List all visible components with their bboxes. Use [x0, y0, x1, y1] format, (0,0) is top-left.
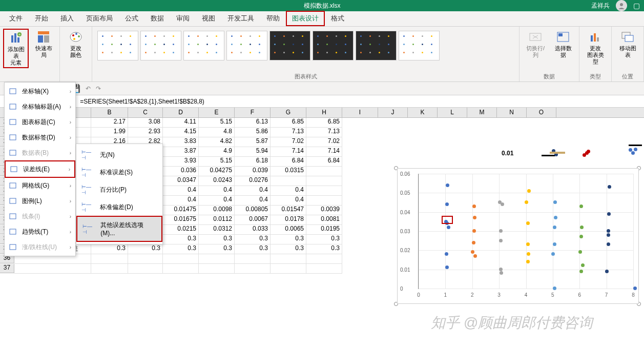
cell[interactable]: 0.0347 [163, 176, 199, 186]
cell[interactable]: 3.93 [163, 157, 199, 167]
menu-item[interactable]: 坐标轴(X)› [5, 84, 75, 99]
cell[interactable]: 6.85 [271, 118, 306, 128]
submenu-item[interactable]: ⊢—⊣其他误差线选项(M)... [76, 216, 162, 242]
cell[interactable] [306, 186, 342, 196]
cell[interactable]: 0.3 [306, 244, 342, 254]
cell[interactable]: 7.14 [271, 147, 306, 157]
scatter-point[interactable] [499, 268, 503, 271]
cell[interactable]: 0.039 [235, 167, 271, 176]
cell[interactable]: 4.9 [199, 147, 235, 157]
menu-item[interactable]: 数据标签(D)› [5, 130, 75, 145]
cell[interactable] [91, 264, 128, 274]
cell[interactable]: 7.02 [271, 137, 306, 147]
scatter-point[interactable] [553, 286, 556, 290]
submenu-item[interactable]: ⊢—⊣标准偏差(D) [76, 198, 162, 216]
scatter-point[interactable] [445, 265, 449, 269]
scatter-point[interactable] [473, 254, 477, 258]
chart-styles[interactable] [95, 29, 516, 73]
ribbon-tab-10[interactable]: 图表设计 [286, 11, 325, 26]
undo-icon[interactable]: ↶ [86, 85, 91, 92]
column-header[interactable]: B [91, 108, 128, 117]
chart-style-thumb[interactable] [313, 31, 354, 60]
add-chart-element-button[interactable]: + 添加图表 元素 [3, 29, 29, 68]
cell[interactable]: 6.85 [306, 118, 342, 128]
cell[interactable]: 6.13 [235, 118, 271, 128]
menu-item[interactable]: 图例(L)› [5, 193, 75, 209]
row-header[interactable]: 37 [0, 264, 14, 273]
cell[interactable] [306, 176, 342, 186]
column-header[interactable]: L [438, 108, 467, 117]
scatter-point[interactable] [554, 216, 557, 219]
cell[interactable]: 0.0081 [306, 215, 342, 225]
cell[interactable]: 0.4 [235, 186, 271, 196]
column-header[interactable]: M [467, 108, 497, 117]
ribbon-tab-2[interactable]: 插入 [54, 11, 80, 26]
cell[interactable]: 5.87 [235, 137, 271, 147]
cell[interactable]: 0.0312 [199, 225, 235, 235]
cell[interactable] [306, 254, 342, 264]
cell[interactable]: 4.82 [199, 137, 235, 147]
column-header[interactable]: H [306, 108, 342, 117]
cell[interactable]: 4.11 [163, 118, 199, 128]
cell[interactable]: 0.4 [271, 186, 306, 196]
cell[interactable]: 0.3 [91, 244, 128, 254]
scatter-point[interactable] [579, 204, 583, 208]
cell[interactable]: 0.3 [271, 244, 306, 254]
menu-item[interactable]: 趋势线(T)› [5, 224, 75, 239]
change-color-button[interactable]: 更改 颜色 [63, 29, 89, 59]
cell[interactable]: 3.83 [163, 137, 199, 147]
chart-style-thumb[interactable] [269, 31, 310, 60]
scatter-point[interactable] [553, 200, 557, 204]
scatter-point[interactable] [578, 250, 582, 254]
menu-item[interactable]: 网格线(G)› [5, 178, 75, 193]
cell[interactable]: 0.4 [163, 196, 199, 206]
column-header[interactable]: O [527, 108, 556, 117]
cell[interactable]: 0.3 [163, 235, 199, 244]
ribbon-tab-0[interactable]: 文件 [3, 11, 29, 26]
cell[interactable]: 0.0243 [199, 176, 235, 186]
move-chart-button[interactable]: 移动图表 [615, 29, 640, 59]
cell[interactable]: 5.15 [199, 157, 235, 167]
chart-style-thumb[interactable] [97, 31, 138, 60]
scatter-point[interactable] [526, 260, 530, 263]
cell[interactable]: 0.0067 [235, 215, 271, 225]
cell[interactable]: 4.15 [163, 128, 199, 137]
cell[interactable]: 0.01675 [163, 215, 199, 225]
column-header[interactable]: C [128, 108, 163, 117]
ribbon-tab-11[interactable]: 格式 [325, 11, 350, 26]
column-header[interactable]: E [199, 108, 235, 117]
change-chart-type-button[interactable]: 更改 图表类型 [583, 29, 608, 66]
menu-item[interactable]: 坐标轴标题(A)› [5, 99, 75, 114]
cell[interactable] [306, 196, 342, 206]
scatter-point[interactable] [499, 229, 503, 233]
column-header[interactable]: D [163, 108, 199, 117]
column-header[interactable]: G [271, 108, 306, 117]
scatter-point[interactable] [608, 185, 611, 189]
cell[interactable] [271, 176, 306, 186]
cell[interactable]: 4.8 [199, 128, 235, 137]
cell[interactable]: 0.00805 [235, 206, 271, 215]
column-header[interactable]: N [497, 108, 527, 117]
scatter-point[interactable] [526, 242, 530, 246]
select-data-button[interactable]: 选择数据 [550, 29, 576, 59]
ribbon-tab-4[interactable]: 公式 [119, 11, 144, 26]
cell[interactable]: 0.3 [199, 244, 235, 254]
cell[interactable]: 0.3 [128, 244, 163, 254]
column-header[interactable]: I [342, 108, 378, 117]
cell[interactable]: 0.0112 [199, 215, 235, 225]
cell[interactable]: 7.13 [271, 128, 306, 137]
scatter-point[interactable] [633, 286, 637, 290]
scatter-point[interactable] [471, 250, 474, 254]
cell[interactable]: 0.0315 [271, 167, 306, 176]
scatter-point[interactable] [473, 216, 476, 219]
chart-style-thumb[interactable] [356, 31, 397, 60]
ribbon-tab-7[interactable]: 视图 [196, 11, 221, 26]
cell[interactable]: 2.93 [128, 128, 163, 137]
cell[interactable]: 0.0039 [306, 206, 342, 215]
cell[interactable]: 7.14 [306, 147, 342, 157]
scatter-point[interactable] [607, 212, 611, 216]
cell[interactable]: 6.84 [306, 157, 342, 167]
cell[interactable] [14, 264, 91, 274]
scatter-point[interactable] [527, 189, 531, 193]
scatter-point[interactable] [446, 183, 449, 187]
